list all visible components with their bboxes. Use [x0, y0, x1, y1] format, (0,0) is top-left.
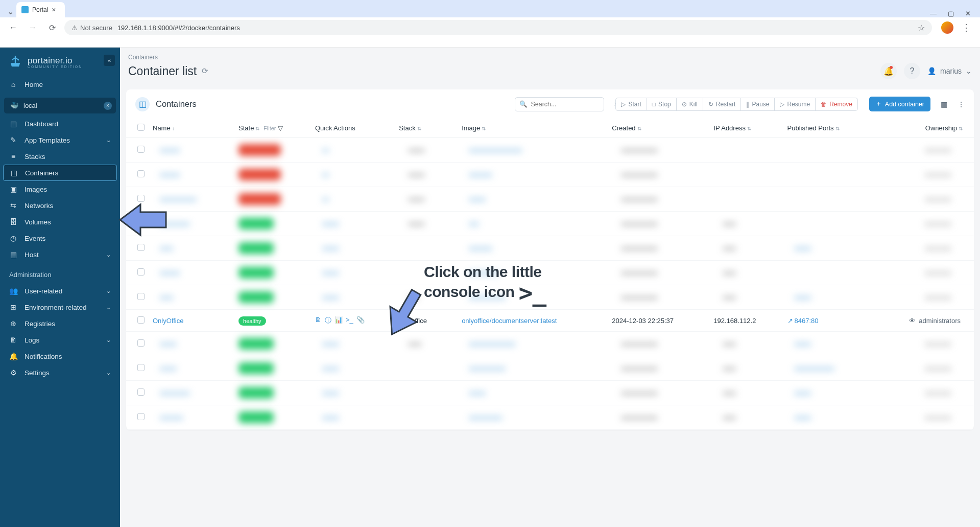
admin-section-title: Administration — [0, 263, 120, 283]
env-icon: ⊞ — [9, 303, 17, 311]
address-bar: ← → ⟳ ⚠ Not secure 192.168.1.18:9000/#!/… — [0, 17, 980, 38]
not-secure-label: Not secure — [80, 24, 112, 32]
bookmark-icon[interactable]: ☆ — [918, 23, 925, 33]
search-box[interactable]: 🔍 × — [515, 97, 604, 111]
tab-search-icon[interactable]: ⌄ — [4, 5, 16, 17]
search-input[interactable] — [531, 101, 611, 108]
sidebar-item-settings[interactable]: ⚙Settings⌄ — [0, 364, 120, 381]
reload-button[interactable]: ⟳ — [45, 20, 59, 35]
containers-panel: ◫ Containers 🔍 × ▷ Start □ Stop ⊘ Kill ↻… — [126, 89, 974, 430]
table-row: xxxxxxxxxxxxxxxxxxxxxxxxxxxxxxxxxxxxxxxx… — [126, 187, 974, 212]
profile-avatar[interactable] — [941, 21, 953, 34]
row-checkbox[interactable] — [137, 413, 145, 420]
sidebar-item-dashboard[interactable]: ▦Dashboard — [0, 116, 120, 132]
row-checkbox[interactable] — [137, 316, 145, 324]
col-ownership[interactable]: Ownership⇅ — [874, 119, 974, 138]
close-window-icon[interactable]: ✕ — [965, 10, 971, 17]
back-button[interactable]: ← — [6, 20, 20, 35]
panel-menu-icon[interactable]: ⋮ — [958, 100, 965, 108]
minimize-icon[interactable]: — — [930, 10, 937, 17]
refresh-icon[interactable]: ⟳ — [202, 66, 208, 76]
environment-selector[interactable]: 🐳 local × — [4, 98, 116, 113]
col-stack[interactable]: Stack⇅ — [395, 119, 458, 138]
resume-button[interactable]: ▷ Resume — [775, 98, 816, 111]
col-ports[interactable]: Published Ports⇅ — [783, 119, 874, 138]
env-close-icon[interactable]: × — [104, 102, 112, 110]
breadcrumb[interactable]: Containers — [120, 48, 980, 63]
settings-label: Settings — [25, 369, 50, 377]
stop-button[interactable]: □ Stop — [647, 98, 677, 111]
sidebar-item-logs[interactable]: 🗎Logs⌄ — [0, 332, 120, 348]
notifications-button[interactable]: 🔔 — [880, 63, 897, 79]
row-checkbox[interactable] — [137, 388, 145, 396]
row-checkbox[interactable] — [137, 146, 145, 153]
filter-icon[interactable]: ▽ — [278, 124, 283, 132]
chrome-menu-icon[interactable]: ⋮ — [959, 22, 974, 33]
row-checkbox[interactable] — [137, 293, 145, 300]
console-icon[interactable]: >_ — [346, 316, 353, 325]
stats-icon[interactable]: 📊 — [334, 316, 343, 325]
sidebar-item-networks[interactable]: ⇆Networks — [0, 197, 120, 214]
col-state[interactable]: State⇅ Filter ▽ — [234, 119, 311, 138]
sidebar-item-notifications[interactable]: 🔔Notifications — [0, 348, 120, 364]
sidebar-collapse-button[interactable]: « — [104, 55, 115, 66]
row-checkbox[interactable] — [137, 268, 145, 276]
add-container-button[interactable]: ＋ Add container — [869, 97, 930, 111]
sidebar-item-host[interactable]: ▤Host⌄ — [0, 246, 120, 263]
row-checkbox[interactable] — [137, 364, 145, 371]
dashboard-label: Dashboard — [25, 120, 58, 128]
col-created[interactable]: Created⇅ — [608, 119, 709, 138]
logs-icon[interactable]: 🗎 — [315, 316, 322, 325]
attach-icon[interactable]: 📎 — [356, 316, 365, 325]
brand-logo[interactable]: portainer.io COMMUNITY EDITION — [0, 48, 120, 76]
restart-button[interactable]: ↻ Restart — [703, 98, 742, 111]
docker-icon: 🐳 — [10, 102, 18, 109]
chevron-down-icon: ⌄ — [106, 337, 111, 343]
close-tab-icon[interactable]: × — [52, 6, 56, 14]
col-name[interactable]: Name↓ — [149, 119, 234, 138]
url-input[interactable]: ⚠ Not secure 192.168.1.18:9000/#!/2/dock… — [64, 20, 932, 35]
col-ip[interactable]: IP Address⇅ — [709, 119, 783, 138]
portainer-icon — [8, 55, 22, 69]
forward-button[interactable]: → — [26, 20, 40, 35]
sidebar-item-home[interactable]: ⌂ Home — [0, 76, 120, 93]
start-button[interactable]: ▷ Start — [615, 98, 647, 111]
container-name-link[interactable]: OnlyOffice — [153, 317, 183, 325]
columns-icon[interactable]: ▥ — [941, 100, 947, 108]
sidebar-item-containers[interactable]: ◫Containers — [3, 165, 117, 181]
select-all-checkbox[interactable] — [137, 124, 145, 131]
volumes-icon: 🗄 — [9, 218, 17, 226]
panel-title: Containers — [156, 99, 197, 109]
sidebar-item-user-related[interactable]: 👥User-related⌄ — [0, 283, 120, 299]
annotation-callout: Click on the little console icon>_ — [424, 263, 546, 306]
tab-bar: ⌄ Portai × — ▢ ✕ — [0, 0, 980, 17]
sidebar-item-templates[interactable]: ✎App Templates⌄ — [0, 132, 120, 148]
sidebar-item-stacks[interactable]: ≡Stacks — [0, 148, 120, 165]
sidebar-item-images[interactable]: ▣Images — [0, 181, 120, 197]
containers-table: Name↓ State⇅ Filter ▽ Quick Actions Stac… — [126, 119, 974, 430]
page-title: Container list — [128, 64, 197, 78]
image-link[interactable]: onlyoffice/documentserver:latest — [462, 317, 557, 325]
sidebar-item-volumes[interactable]: 🗄Volumes — [0, 214, 120, 230]
sidebar-item-registries[interactable]: ⊕Registries — [0, 315, 120, 332]
browser-tab[interactable]: Portai × — [16, 2, 65, 17]
inspect-icon[interactable]: ⓘ — [325, 316, 331, 325]
maximize-icon[interactable]: ▢ — [948, 10, 954, 17]
table-row: xxxxxxxxxxxxxxxxxxxxxxxxxxxxxxxxxxxxxxxx… — [126, 163, 974, 187]
bell-icon: 🔔 — [9, 352, 17, 360]
sidebar-item-events[interactable]: ◷Events — [0, 230, 120, 246]
help-button[interactable]: ? — [904, 63, 920, 79]
row-checkbox[interactable] — [137, 170, 145, 177]
row-checkbox[interactable] — [137, 244, 145, 251]
col-image[interactable]: Image⇅ — [458, 119, 608, 138]
ownership: 👁administrators — [878, 317, 970, 325]
remove-button[interactable]: 🗑 Remove — [816, 98, 858, 111]
sidebar-item-env-related[interactable]: ⊞Environment-related⌄ — [0, 299, 120, 315]
pause-button[interactable]: ‖ Pause — [741, 98, 775, 111]
port-link[interactable]: ↗8467:80 — [787, 317, 870, 325]
row-checkbox[interactable] — [137, 339, 145, 347]
url-text: 192.168.1.18:9000/#!/2/docker/containers — [117, 24, 240, 32]
quick-actions: 🗎 ⓘ 📊 >_ 📎 — [315, 316, 391, 325]
kill-button[interactable]: ⊘ Kill — [677, 98, 703, 111]
user-menu[interactable]: 👤 marius ⌄ — [927, 67, 972, 75]
